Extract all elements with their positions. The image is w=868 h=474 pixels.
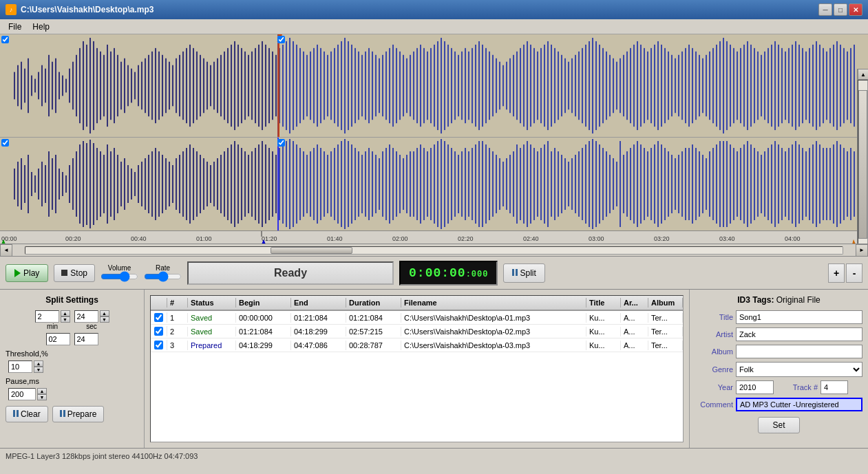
- scroll-track-h[interactable]: [25, 246, 843, 255]
- menu-help[interactable]: Help: [27, 21, 55, 33]
- row1-checkbox-cell[interactable]: [151, 312, 167, 323]
- play-button[interactable]: Play: [6, 264, 48, 282]
- horizontal-scrollbar[interactable]: ◄ ►: [0, 244, 868, 257]
- waveform-svg-bottom[interactable]: [0, 138, 857, 230]
- clear-button[interactable]: Clear: [6, 406, 48, 422]
- pause-up-button[interactable]: ▲: [37, 388, 47, 394]
- sec-down-button[interactable]: ▼: [100, 316, 109, 323]
- col-header-duration[interactable]: Duration: [346, 298, 401, 308]
- vertical-scrollbar[interactable]: ▲ ▼: [857, 69, 868, 244]
- waveform-top-channel[interactable]: 1 2 // This will be rendered as static S…: [0, 34, 857, 138]
- min-down-button[interactable]: ▼: [61, 316, 70, 323]
- svg-rect-465: [737, 151, 738, 217]
- play-icon: [14, 269, 21, 277]
- svg-rect-168: [589, 41, 590, 130]
- svg-rect-434: [616, 162, 617, 206]
- min-display[interactable]: [46, 333, 70, 345]
- svg-rect-492: [840, 144, 841, 224]
- id3-panel: ID3 Tags: Original File Title Artist Alb…: [689, 290, 868, 448]
- zoom-out-button[interactable]: -: [846, 263, 862, 283]
- maximize-button[interactable]: □: [834, 3, 847, 16]
- waveform-bottom-channel[interactable]: [0, 138, 857, 230]
- file-list[interactable]: # Status Begin End Duration Filename Tit…: [150, 295, 684, 442]
- row3-checkbox-cell[interactable]: [151, 340, 167, 350]
- minimize-button[interactable]: ─: [818, 3, 832, 16]
- id3-comment-row: Comment: [695, 398, 862, 411]
- col-header-album[interactable]: Album: [648, 298, 683, 308]
- menu-file[interactable]: File: [3, 21, 27, 33]
- close-button[interactable]: ✕: [849, 3, 862, 16]
- min-input[interactable]: [35, 310, 59, 323]
- col-header-artist[interactable]: Ar...: [621, 298, 648, 308]
- sec-input[interactable]: [74, 310, 98, 323]
- id3-track-input[interactable]: [821, 380, 848, 394]
- row2-checkbox-cell[interactable]: [151, 326, 167, 336]
- table-row[interactable]: 3 Prepared 04:18:299 04:47:086 00:28:787…: [151, 338, 683, 352]
- svg-rect-124: [437, 41, 438, 130]
- svg-rect-82: [293, 41, 294, 130]
- table-row[interactable]: 2 Saved 01:21:084 04:18:299 02:57:215 C:…: [151, 325, 683, 338]
- scroll-up-arrow[interactable]: ▲: [858, 69, 868, 80]
- table-row[interactable]: 1 Saved 00:00:000 01:21:084 01:21:084 C:…: [151, 311, 683, 325]
- col-header-title[interactable]: Title: [586, 298, 621, 308]
- waveform-checkbox-1[interactable]: [1, 36, 9, 45]
- split-button[interactable]: Split: [503, 263, 544, 283]
- scroll-right-arrow[interactable]: ►: [856, 244, 868, 257]
- row2-checkbox[interactable]: [154, 327, 163, 336]
- pause-input[interactable]: [8, 388, 36, 400]
- id3-genre-select[interactable]: Folk Rock Pop Classical Jazz: [736, 362, 862, 377]
- svg-rect-293: [158, 151, 160, 217]
- sec-up-button[interactable]: ▲: [100, 310, 109, 316]
- svg-rect-480: [795, 141, 796, 227]
- scroll-left-arrow[interactable]: ◄: [0, 244, 12, 257]
- threshold-down-button[interactable]: ▼: [34, 367, 43, 373]
- col-header-begin[interactable]: Begin: [236, 298, 291, 308]
- col-header-status[interactable]: Status: [188, 298, 236, 308]
- svg-rect-56: [203, 58, 204, 113]
- scroll-thumb-h[interactable]: [271, 247, 352, 254]
- col-header-filename[interactable]: Filename: [401, 298, 586, 308]
- svg-rect-438: [633, 144, 635, 224]
- svg-rect-147: [516, 52, 518, 120]
- id3-comment-input[interactable]: [736, 398, 862, 411]
- svg-rect-213: [743, 45, 745, 127]
- id3-year-input[interactable]: [736, 380, 774, 394]
- id3-artist-input[interactable]: [736, 327, 862, 341]
- threshold-up-button[interactable]: ▲: [34, 360, 43, 367]
- scroll-track[interactable]: [858, 80, 868, 244]
- threshold-input[interactable]: [8, 360, 32, 373]
- svg-rect-191: [668, 52, 669, 120]
- id3-album-input[interactable]: [736, 345, 862, 358]
- svg-rect-228: [795, 41, 796, 130]
- waveform-checkbox-bottom-2[interactable]: [277, 139, 285, 149]
- sec-display[interactable]: [74, 333, 98, 345]
- row1-checkbox[interactable]: [154, 313, 163, 322]
- volume-slider[interactable]: [100, 272, 138, 281]
- svg-rect-242: [843, 48, 845, 123]
- svg-rect-274: [93, 143, 94, 225]
- waveform-checkbox-bottom[interactable]: [1, 139, 9, 149]
- rate-slider[interactable]: [144, 272, 182, 281]
- prepare-button[interactable]: Prepare: [52, 406, 105, 422]
- svg-rect-178: [623, 55, 624, 116]
- col-header-end[interactable]: End: [291, 298, 346, 308]
- set-button[interactable]: Set: [758, 417, 799, 433]
- pause-down-button[interactable]: ▼: [37, 394, 47, 400]
- timeline-ruler[interactable]: 00:00 00:20 00:40 01:00 01:20 01:40 02:0…: [0, 230, 857, 244]
- min-up-button[interactable]: ▲: [61, 310, 70, 316]
- col-header-num[interactable]: #: [167, 298, 188, 308]
- svg-text:03:40: 03:40: [719, 235, 735, 242]
- waveform-svg-top[interactable]: // This will be rendered as static SVG p…: [0, 34, 857, 137]
- scroll-thumb[interactable]: [858, 90, 867, 239]
- svg-rect-440: [640, 144, 642, 224]
- zoom-in-button[interactable]: +: [828, 263, 845, 283]
- svg-rect-417: [554, 148, 555, 220]
- stop-button[interactable]: Stop: [54, 264, 95, 282]
- svg-rect-129: [454, 52, 456, 120]
- waveform-checkbox-2[interactable]: [277, 36, 285, 45]
- svg-rect-317: [241, 148, 242, 220]
- svg-rect-407: [513, 151, 514, 217]
- id3-title-input[interactable]: [736, 310, 862, 324]
- row3-checkbox[interactable]: [154, 341, 163, 349]
- col-header-cb[interactable]: [151, 298, 167, 308]
